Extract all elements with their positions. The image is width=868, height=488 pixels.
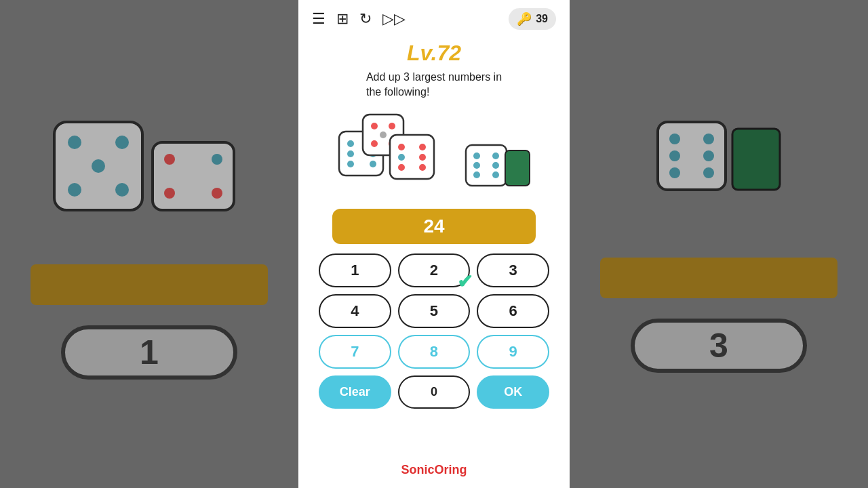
svg-point-37: [398, 164, 405, 171]
svg-rect-6: [153, 142, 234, 210]
bg-right: 3: [570, 0, 868, 488]
svg-point-27: [371, 123, 378, 129]
svg-rect-46: [505, 150, 530, 186]
key-count: 39: [536, 13, 548, 25]
level-title: Lv.72: [407, 41, 461, 66]
svg-point-5: [115, 183, 129, 197]
num-btn-8[interactable]: 8: [398, 335, 471, 369]
svg-point-2: [115, 136, 129, 149]
svg-point-10: [212, 188, 222, 199]
dice-svg-main: [336, 111, 458, 199]
svg-point-38: [419, 164, 426, 171]
svg-point-9: [164, 188, 175, 199]
instruction: Add up 3 largest numbers in the followin…: [346, 66, 522, 104]
svg-point-29: [380, 131, 387, 138]
bg-left: 1: [0, 0, 298, 488]
svg-point-13: [703, 134, 714, 144]
branding: SonicOring: [401, 463, 467, 477]
svg-point-28: [389, 123, 395, 129]
svg-point-16: [669, 167, 680, 178]
svg-point-34: [419, 144, 426, 150]
bg-dice-right: [651, 115, 787, 237]
redo-icon[interactable]: ↻: [359, 10, 372, 28]
num-btn-4[interactable]: 4: [319, 294, 391, 328]
bg-gold-bar-right: [600, 258, 837, 298]
fast-forward-icon[interactable]: ▷▷: [382, 10, 406, 28]
num-btn-3[interactable]: 3: [477, 253, 549, 287]
svg-point-36: [419, 154, 426, 161]
key-icon: 🔑: [517, 12, 532, 26]
menu-icon[interactable]: ☰: [312, 10, 326, 28]
zero-button[interactable]: 0: [398, 375, 471, 409]
svg-rect-39: [466, 145, 507, 186]
svg-point-17: [703, 167, 714, 178]
svg-point-45: [492, 171, 499, 178]
svg-point-20: [347, 140, 354, 147]
num-btn-1[interactable]: 1: [319, 253, 391, 287]
svg-point-30: [371, 140, 378, 147]
num-btn-7[interactable]: 7: [319, 335, 391, 369]
bg-button-1: 1: [61, 325, 237, 380]
svg-point-42: [473, 162, 480, 169]
checkmark-icon: ✔: [457, 270, 473, 293]
action-row: Clear 0 OK: [298, 369, 570, 409]
svg-point-8: [212, 154, 222, 165]
key-badge[interactable]: 🔑 39: [509, 8, 556, 30]
bg-gold-bar-left: [31, 264, 268, 305]
svg-rect-18: [732, 129, 780, 190]
toolbar: ☰ ⊞ ↻ ▷▷ 🔑 39: [298, 0, 570, 38]
num-btn-6[interactable]: 6: [477, 294, 549, 328]
number-grid: 1 2 ✔ 3 4 5 6 7 8 9: [298, 253, 570, 369]
num-btn-9[interactable]: 9: [477, 335, 549, 369]
svg-point-44: [473, 171, 480, 178]
toolbar-icons: ☰ ⊞ ↻ ▷▷: [312, 10, 406, 28]
svg-point-25: [370, 161, 376, 167]
dice-area: [336, 111, 532, 199]
grid-icon[interactable]: ⊞: [336, 10, 349, 28]
svg-point-43: [492, 162, 499, 169]
dice-green-svg: [465, 138, 532, 199]
bg-button-3: 3: [631, 319, 807, 373]
ok-button[interactable]: OK: [477, 375, 549, 409]
svg-point-22: [347, 150, 354, 157]
svg-point-7: [164, 154, 175, 165]
svg-point-35: [398, 154, 405, 161]
svg-rect-11: [658, 122, 726, 190]
clear-button[interactable]: Clear: [319, 375, 391, 409]
num-btn-2[interactable]: 2 ✔: [398, 253, 471, 287]
svg-point-3: [92, 159, 105, 173]
svg-point-14: [669, 150, 680, 161]
answer-box: 24: [332, 209, 536, 244]
svg-rect-32: [390, 135, 434, 179]
svg-point-12: [669, 134, 680, 144]
main-panel: ☰ ⊞ ↻ ▷▷ 🔑 39 Lv.72 Add up 3 largest num…: [298, 0, 570, 488]
svg-point-24: [347, 161, 354, 167]
svg-point-41: [492, 152, 499, 159]
svg-point-1: [68, 136, 81, 149]
bg-dice-left: [47, 108, 251, 244]
num-btn-5[interactable]: 5: [398, 294, 471, 328]
svg-point-33: [398, 144, 405, 150]
svg-point-15: [703, 150, 714, 161]
svg-point-40: [473, 152, 480, 159]
svg-point-4: [68, 183, 81, 197]
